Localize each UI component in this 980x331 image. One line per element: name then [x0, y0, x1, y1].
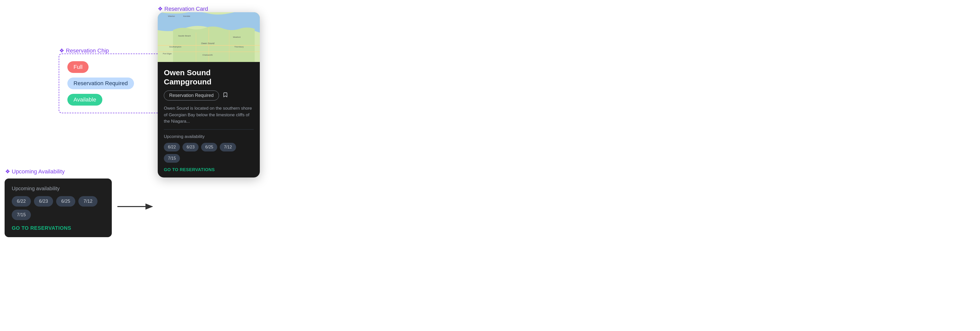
chip-box: Full Reservation Required Available — [59, 54, 161, 113]
card-date-chip-1[interactable]: 6/22 — [164, 143, 180, 152]
diamond-icon-3: ❖ — [158, 6, 163, 12]
card-divider — [164, 129, 254, 130]
card-section-label: ❖ Reservation Card — [158, 6, 208, 12]
svg-text:Thornbury: Thornbury — [234, 46, 243, 48]
svg-text:Owen Sound: Owen Sound — [201, 42, 215, 44]
card-upcoming-title: Upcoming availability — [164, 134, 254, 139]
date-chip-2[interactable]: 6/23 — [34, 196, 53, 207]
chip-full[interactable]: Full — [67, 61, 89, 73]
reservation-card: Owen Sound Sauble Beach Meaford Southamp… — [158, 12, 260, 177]
svg-text:Southampton: Southampton — [169, 46, 181, 48]
svg-text:Kemble: Kemble — [183, 15, 190, 17]
bookmark-icon[interactable] — [223, 92, 228, 99]
card-map: Owen Sound Sauble Beach Meaford Southamp… — [158, 12, 260, 62]
card-content: Owen Sound Campground Reservation Requir… — [158, 62, 260, 177]
chip-reservation-required[interactable]: Reservation Required — [67, 78, 134, 89]
card-chips-row: Reservation Required — [164, 90, 254, 100]
card-date-chip-5[interactable]: 7/15 — [164, 154, 180, 163]
chip-section-label: ❖ Reservation Chip — [59, 48, 109, 54]
card-title: Owen Sound Campground — [164, 68, 254, 86]
card-reservation-chip[interactable]: Reservation Required — [164, 90, 219, 100]
card-go-reservations-button[interactable]: GO TO RESERVATIONS — [164, 167, 254, 173]
date-chips-row: 6/22 6/23 6/25 7/12 7/15 — [12, 196, 105, 220]
upcoming-box: Upcoming availability 6/22 6/23 6/25 7/1… — [5, 179, 112, 237]
card-description: Owen Sound is located on the southern sh… — [164, 105, 254, 125]
svg-text:Chatsworth: Chatsworth — [202, 54, 213, 56]
svg-text:Wiarton: Wiarton — [168, 15, 175, 17]
card-date-chip-4[interactable]: 7/12 — [220, 143, 236, 152]
date-chip-4[interactable]: 7/12 — [78, 196, 97, 207]
upcoming-section-label: ❖ Upcoming Availability — [5, 168, 65, 175]
date-chip-3[interactable]: 6/25 — [56, 196, 75, 207]
upcoming-title: Upcoming availability — [12, 186, 105, 192]
date-chip-5[interactable]: 7/15 — [12, 210, 31, 220]
svg-text:Port Elgin: Port Elgin — [163, 52, 172, 55]
svg-marker-3 — [145, 203, 153, 210]
card-date-chip-2[interactable]: 6/23 — [183, 143, 199, 152]
svg-text:Meaford: Meaford — [233, 36, 240, 38]
go-reservations-button[interactable]: GO TO RESERVATIONS — [12, 225, 105, 231]
date-chip-1[interactable]: 6/22 — [12, 196, 31, 207]
arrow-upcoming-to-card — [118, 201, 153, 212]
card-date-chips-row: 6/22 6/23 6/25 7/12 7/15 — [164, 143, 254, 163]
svg-text:Sauble Beach: Sauble Beach — [178, 35, 191, 37]
diamond-icon: ❖ — [59, 48, 64, 54]
card-date-chip-3[interactable]: 6/25 — [201, 143, 217, 152]
chip-available[interactable]: Available — [67, 94, 102, 106]
diamond-icon-2: ❖ — [5, 168, 10, 175]
